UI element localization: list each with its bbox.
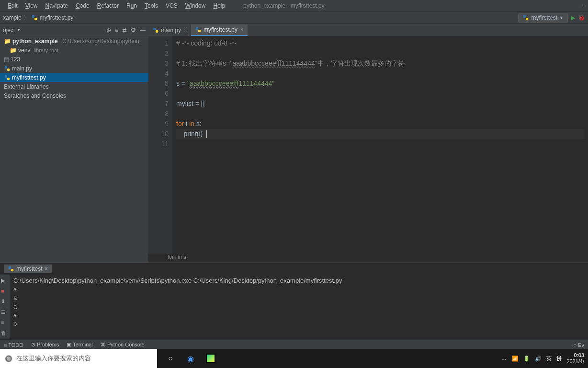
svg-rect-7 xyxy=(7,78,10,80)
python-icon xyxy=(522,14,529,21)
svg-rect-6 xyxy=(5,75,7,77)
run-panel: myfirsttest × ▶ ■ ⬇ ☰ ≡ 🗑 C:\Users\King\… xyxy=(0,263,588,339)
cortana-icon[interactable]: ○ xyxy=(165,353,176,364)
svg-rect-1 xyxy=(34,18,37,20)
ime-lang[interactable]: 英 xyxy=(546,355,552,362)
editor-tabs: main.py× myfirsttest.py× xyxy=(148,24,588,36)
folder-icon: 📁 xyxy=(4,38,11,45)
editor-breadcrumb[interactable]: for i in s xyxy=(148,254,588,263)
wifi-icon[interactable]: 📶 xyxy=(512,356,519,362)
panel-title[interactable]: oject xyxy=(3,27,15,34)
minimize-button[interactable]: — xyxy=(578,2,584,9)
filter-icon[interactable]: ≡ xyxy=(1,320,9,327)
tool-window-bar: ≡ TODO ⊘ Problems ▣ Terminal ⌘ Python Co… xyxy=(0,339,588,350)
expand-icon[interactable]: ⇄ xyxy=(122,27,127,34)
locate-icon[interactable]: ⊕ xyxy=(106,27,111,34)
tab-main[interactable]: main.py× xyxy=(148,24,191,36)
svg-rect-3 xyxy=(526,18,528,20)
breadcrumb-item[interactable]: xample xyxy=(3,14,22,21)
trash-icon[interactable]: 🗑 xyxy=(1,330,9,338)
editor: main.py× myfirsttest.py× 123 456 789 101… xyxy=(148,24,588,263)
windows-taskbar: 🔘在这里输入你要搜索的内容 ○ ◉ ︿ 📶 🔋 🔊 英 拼 0:03 2021/… xyxy=(0,349,588,368)
clock-time[interactable]: 0:03 xyxy=(566,352,584,358)
folder-icon: 📁 xyxy=(10,47,17,54)
breadcrumb-sep: 〉 xyxy=(23,14,29,22)
svg-rect-0 xyxy=(32,15,34,18)
python-file-icon xyxy=(31,14,38,21)
tool-eventlog[interactable]: ○ Ev xyxy=(573,342,584,348)
menu-tools[interactable]: Tools xyxy=(141,1,162,10)
svg-rect-12 xyxy=(9,266,11,269)
down-icon[interactable]: ⬇ xyxy=(1,299,9,306)
folder-item[interactable]: ▤123 xyxy=(0,55,148,64)
text-cursor xyxy=(206,130,207,138)
project-root[interactable]: 📁python_example C:\Users\King\Desktop\py… xyxy=(0,36,148,46)
chevron-down-icon: ▼ xyxy=(559,15,564,20)
svg-rect-2 xyxy=(523,15,526,18)
windows-search[interactable]: 🔘在这里输入你要搜索的内容 xyxy=(0,349,157,368)
menubar: Edit View Navigate Code Refactor Run Too… xyxy=(0,0,588,12)
tool-problems[interactable]: ⊘ Problems xyxy=(31,342,59,348)
pycharm-taskbar-icon[interactable] xyxy=(205,353,216,364)
clock-date[interactable]: 2021/4/ xyxy=(566,358,584,365)
window-title: python_example - myfirsttest.py xyxy=(243,2,324,9)
close-icon[interactable]: × xyxy=(184,27,187,34)
file-icon: ▤ xyxy=(4,56,9,63)
rerun-icon[interactable]: ▶ xyxy=(1,277,9,285)
svg-rect-13 xyxy=(11,269,13,271)
svg-rect-10 xyxy=(196,27,198,30)
python-file-icon xyxy=(4,65,11,72)
browser-icon[interactable]: ◉ xyxy=(185,353,196,364)
run-button[interactable]: ▶ xyxy=(571,14,575,21)
run-tab[interactable]: myfirsttest × xyxy=(4,264,52,273)
venv-folder[interactable]: 📁venvlibrary root xyxy=(0,46,148,55)
svg-rect-5 xyxy=(7,69,10,71)
layout-icon[interactable]: ☰ xyxy=(1,309,9,317)
python-file-icon xyxy=(152,27,159,34)
menu-navigate[interactable]: Navigate xyxy=(42,1,72,10)
tool-terminal[interactable]: ▣ Terminal xyxy=(67,342,92,348)
debug-button[interactable]: 🐞 xyxy=(578,14,585,21)
navigation-bar: xample 〉 myfirsttest.py myfirsttest ▼ ▶ … xyxy=(0,12,588,24)
tray-chevron-icon[interactable]: ︿ xyxy=(502,355,507,362)
collapse-icon[interactable]: ≡ xyxy=(115,27,118,34)
project-tree[interactable]: 📁python_example C:\Users\King\Desktop\py… xyxy=(0,36,148,100)
hide-icon[interactable]: — xyxy=(140,27,146,34)
code-content[interactable]: # -*- coding: utf-8 -*- # 1: 找出字符串s="aaa… xyxy=(172,36,588,254)
menu-window[interactable]: Window xyxy=(181,1,210,10)
python-file-icon xyxy=(4,74,11,81)
system-tray: ︿ 📶 🔋 🔊 英 拼 0:03 2021/4/ xyxy=(498,352,588,365)
battery-icon[interactable]: 🔋 xyxy=(523,356,530,362)
gear-icon[interactable]: ⚙ xyxy=(131,27,136,34)
run-toolbar: ▶ ■ ⬇ ☰ ≡ 🗑 xyxy=(0,275,10,339)
tool-todo[interactable]: ≡ TODO xyxy=(4,342,23,348)
menu-help[interactable]: Help xyxy=(209,1,229,10)
breadcrumb-file[interactable]: myfirsttest.py xyxy=(40,14,74,21)
chevron-down-icon[interactable]: ▼ xyxy=(17,28,21,32)
menu-vcs[interactable]: VCS xyxy=(162,1,181,10)
file-myfirsttest[interactable]: myfirsttest.py xyxy=(0,73,148,82)
menu-refactor[interactable]: Refactor xyxy=(93,1,123,10)
menu-run[interactable]: Run xyxy=(123,1,141,10)
menu-edit[interactable]: Edit xyxy=(4,1,22,10)
tab-myfirsttest[interactable]: myfirsttest.py× xyxy=(191,24,248,36)
external-libraries[interactable]: External Libraries xyxy=(0,82,148,91)
scratches[interactable]: Scratches and Consoles xyxy=(0,91,148,100)
run-panel-header: myfirsttest × xyxy=(0,263,588,275)
stop-icon[interactable]: ■ xyxy=(1,288,9,296)
close-icon[interactable]: × xyxy=(45,265,48,272)
run-config-selector[interactable]: myfirsttest ▼ xyxy=(518,13,568,23)
svg-rect-9 xyxy=(156,30,158,33)
close-icon[interactable]: × xyxy=(240,26,244,33)
tool-pyconsole[interactable]: ⌘ Python Console xyxy=(101,342,145,348)
gutter: 123 456 789 1011 xyxy=(148,36,172,254)
volume-icon[interactable]: 🔊 xyxy=(535,356,542,362)
menu-view[interactable]: View xyxy=(22,1,42,10)
menu-code[interactable]: Code xyxy=(72,1,93,10)
code-area[interactable]: 123 456 789 1011 # -*- coding: utf-8 -*-… xyxy=(148,36,588,254)
python-icon xyxy=(8,265,14,272)
ime-mode[interactable]: 拼 xyxy=(556,355,562,362)
project-sidebar: oject▼ ⊕ ≡ ⇄ ⚙ — 📁python_example C:\User… xyxy=(0,24,148,263)
console-output[interactable]: C:\Users\King\Desktop\python_example\ven… xyxy=(10,275,588,339)
file-main[interactable]: main.py xyxy=(0,64,148,73)
